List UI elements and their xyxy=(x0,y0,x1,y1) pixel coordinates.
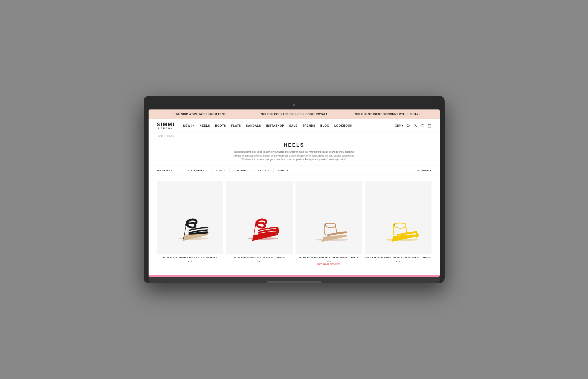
sort-filter[interactable]: SORT ▾ xyxy=(274,168,293,173)
cart-button[interactable] xyxy=(428,124,431,128)
logo[interactable]: SIMMI LONDON xyxy=(157,122,175,129)
main-nav: NEW IN HEELS BOOTS FLATS SANDALS INSTASH… xyxy=(183,124,392,127)
wishlist-button[interactable] xyxy=(421,124,424,128)
laptop-base xyxy=(149,277,440,283)
product-image-4 xyxy=(365,181,431,254)
promo-item-3: 20% OFF STUDENT DISCOUNT WITH UNIDAYS xyxy=(341,113,434,116)
filter-bar: 789 STYLES CATEGORY ▾ SIZE ▾ COLOUR ▾ PR… xyxy=(149,166,440,175)
logo-sub: LONDON xyxy=(157,127,175,129)
per-page-chevron-icon: ▾ xyxy=(430,169,431,172)
size-label: SIZE xyxy=(216,169,222,172)
currency-label: GBP xyxy=(395,124,401,127)
nav-lookbook[interactable]: LOOKBOOK xyxy=(334,124,353,127)
products-grid: TALIA BLACK SUEDE LACE UP STILETTO HEELS… xyxy=(149,175,440,273)
nav-boots[interactable]: BOOTS xyxy=(215,124,226,127)
colour-chevron-icon: ▾ xyxy=(247,169,249,172)
colour-label: COLOUR xyxy=(234,169,246,172)
product-price-2: £35 xyxy=(226,260,293,263)
breadcrumb-home[interactable]: Home xyxy=(157,135,163,137)
per-page-selector[interactable]: 40 / PAGE ▾ xyxy=(417,169,431,172)
svg-rect-11 xyxy=(325,224,326,226)
currency-chevron-icon: ▾ xyxy=(402,124,403,127)
product-price-1: £35 xyxy=(157,260,224,263)
category-filter[interactable]: CATEGORY ▾ xyxy=(184,168,212,173)
camera-dot xyxy=(293,104,295,106)
category-label: CATEGORY xyxy=(189,169,204,172)
breadcrumb-separator: > xyxy=(165,135,166,137)
product-price-3: £35 NOW £22.00 (27% OFF) xyxy=(296,260,362,265)
account-button[interactable] xyxy=(413,124,417,128)
product-card-2[interactable]: TALIA RED SUEDE LACE UP STILETTO HEELS £… xyxy=(226,181,293,265)
svg-point-2 xyxy=(415,124,416,126)
svg-rect-6 xyxy=(189,221,191,223)
product-name-3: SELMA ROSE GOLD BARELY THERE STILETTO HE… xyxy=(296,256,362,259)
page-title: HEELS xyxy=(149,142,440,148)
nav-new-in[interactable]: NEW IN xyxy=(183,124,195,127)
sort-label: SORT xyxy=(278,169,286,172)
product-name-2: TALIA RED SUEDE LACE UP STILETTO HEELS xyxy=(226,256,293,259)
colour-filter[interactable]: COLOUR ▾ xyxy=(230,168,253,173)
category-chevron-icon: ▾ xyxy=(205,169,207,172)
breadcrumb-current: Heels xyxy=(167,135,174,137)
product-image-2 xyxy=(226,181,293,254)
product-price-4: £35 xyxy=(365,260,431,263)
breadcrumb: Home > Heels xyxy=(149,132,440,140)
promo-item-2: 20% OFF COURT SHOES - USE CODE: ROYAL1 xyxy=(247,113,341,116)
website-content: WE SHIP WORLDWIDE FROM £6.99 20% OFF COU… xyxy=(149,109,440,277)
product-card-4[interactable]: SELMA YELLOW PATENT BARELY THERE STILETT… xyxy=(365,181,431,265)
svg-line-1 xyxy=(409,126,410,127)
laptop-screen: WE SHIP WORLDWIDE FROM £6.99 20% OFF COU… xyxy=(149,109,440,277)
nav-sale[interactable]: SALE xyxy=(289,124,298,127)
svg-rect-14 xyxy=(393,224,395,225)
promo-item-1: WE SHIP WORLDWIDE FROM £6.99 xyxy=(154,113,247,116)
promo-banner: WE SHIP WORLDWIDE FROM £6.99 20% OFF COU… xyxy=(149,109,440,119)
size-chevron-icon: ▾ xyxy=(224,169,225,172)
svg-point-0 xyxy=(407,124,409,127)
header-icons: GBP ▾ xyxy=(395,124,431,128)
per-page-label: 40 / PAGE xyxy=(417,169,429,172)
nav-trends[interactable]: TRENDS xyxy=(303,124,315,127)
header: SIMMI LONDON NEW IN HEELS BOOTS FLATS SA… xyxy=(149,119,440,132)
camera-notch xyxy=(149,101,440,109)
scroll-hint xyxy=(149,275,440,277)
price-chevron-icon: ▾ xyxy=(268,169,269,172)
search-button[interactable] xyxy=(406,124,410,128)
product-name-1: TALIA BLACK SUEDE LACE UP STILETTO HEELS xyxy=(157,256,224,259)
currency-selector[interactable]: GBP ▾ xyxy=(395,124,403,127)
product-card-1[interactable]: TALIA BLACK SUEDE LACE UP STILETTO HEELS… xyxy=(157,181,224,265)
size-filter[interactable]: SIZE ▾ xyxy=(212,168,230,173)
logo-name: SIMMI xyxy=(157,122,175,127)
product-image-3 xyxy=(296,181,362,254)
product-card-3[interactable]: SELMA ROSE GOLD BARELY THERE STILETTO HE… xyxy=(296,181,362,265)
product-sale-price-3: NOW £22.00 (27% OFF) xyxy=(317,263,340,265)
price-label: PRICE xyxy=(258,169,267,172)
nav-instashop[interactable]: INSTASHOP xyxy=(266,124,284,127)
product-original-price-3: £35 xyxy=(296,260,362,263)
price-filter[interactable]: PRICE ▾ xyxy=(253,168,274,173)
nav-blog[interactable]: BLOG xyxy=(320,124,329,127)
page-description: Don't look down, unless it's to admire y… xyxy=(226,150,363,161)
product-name-4: SELMA YELLOW PATENT BARELY THERE STILETT… xyxy=(365,256,431,259)
nav-heels[interactable]: HEELS xyxy=(200,124,210,127)
styles-count: 789 STYLES xyxy=(157,169,184,172)
product-image-1 xyxy=(157,181,224,254)
sort-chevron-icon: ▾ xyxy=(287,169,288,172)
nav-sandals[interactable]: SANDALS xyxy=(246,124,261,127)
nav-flats[interactable]: FLATS xyxy=(231,124,241,127)
laptop-frame: WE SHIP WORLDWIDE FROM £6.99 20% OFF COU… xyxy=(144,96,445,283)
